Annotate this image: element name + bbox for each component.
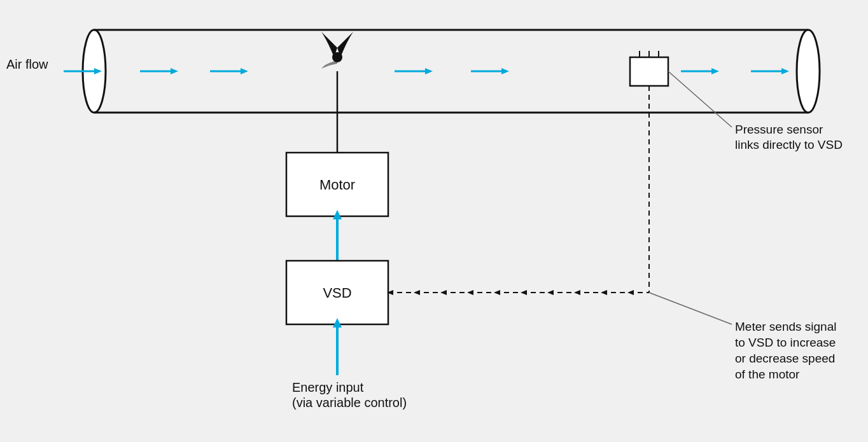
energy-input-sub: (via variable control) bbox=[292, 396, 407, 410]
svg-point-20 bbox=[332, 52, 342, 62]
pressure-sensor-label: Pressure sensor bbox=[735, 123, 823, 136]
pressure-sensor-label2: links directly to VSD bbox=[735, 138, 843, 151]
svg-rect-27 bbox=[630, 57, 668, 86]
energy-input-label: Energy input bbox=[292, 380, 364, 394]
meter-signal-label3: or decrease speed bbox=[735, 352, 835, 365]
meter-signal-label2: to VSD to increase bbox=[735, 336, 836, 349]
meter-signal-label: Meter sends signal bbox=[735, 320, 836, 333]
motor-label: Motor bbox=[319, 177, 355, 193]
meter-signal-label4: of the motor bbox=[735, 368, 800, 381]
svg-point-4 bbox=[797, 30, 820, 113]
air-flow-label: Air flow bbox=[6, 57, 48, 71]
vsd-label: VSD bbox=[323, 285, 351, 301]
